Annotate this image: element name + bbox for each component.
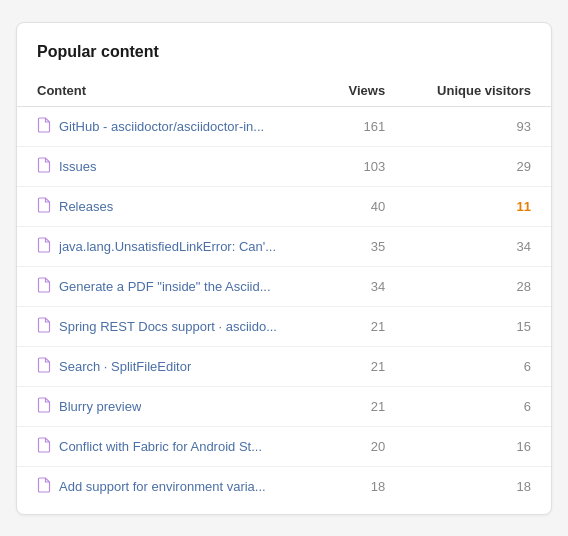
table-row: Releases4011 [17, 186, 551, 226]
column-header-unique-visitors: Unique visitors [405, 75, 551, 107]
content-cell: Conflict with Fabric for Android St... [17, 427, 297, 466]
content-cell: Add support for environment varia... [17, 467, 297, 506]
views-cell: 21 [322, 386, 405, 426]
table-row: Search · SplitFileEditor216 [17, 346, 551, 386]
content-cell: Blurry preview [17, 387, 297, 426]
unique-visitors-cell: 29 [405, 146, 551, 186]
content-cell: Issues [17, 147, 297, 186]
content-cell: Spring REST Docs support · asciido... [17, 307, 297, 346]
unique-visitors-cell: 34 [405, 226, 551, 266]
content-link[interactable]: java.lang.UnsatisfiedLinkError: Can'... [59, 239, 276, 254]
file-icon [37, 197, 51, 216]
content-link[interactable]: Conflict with Fabric for Android St... [59, 439, 262, 454]
unique-visitors-cell: 93 [405, 106, 551, 146]
file-icon [37, 437, 51, 456]
column-header-content: Content [17, 75, 322, 107]
views-cell: 34 [322, 266, 405, 306]
unique-visitors-cell: 28 [405, 266, 551, 306]
unique-visitors-cell: 16 [405, 426, 551, 466]
unique-visitors-cell: 11 [405, 186, 551, 226]
content-link[interactable]: Add support for environment varia... [59, 479, 266, 494]
table-header-row: Content Views Unique visitors [17, 75, 551, 107]
views-cell: 18 [322, 466, 405, 506]
file-icon [37, 237, 51, 256]
table-row: Issues10329 [17, 146, 551, 186]
card-title: Popular content [17, 43, 551, 75]
content-cell: Search · SplitFileEditor [17, 347, 297, 386]
content-cell: java.lang.UnsatisfiedLinkError: Can'... [17, 227, 297, 266]
content-link[interactable]: Search · SplitFileEditor [59, 359, 191, 374]
table-row: Conflict with Fabric for Android St...20… [17, 426, 551, 466]
file-icon [37, 397, 51, 416]
unique-visitors-cell: 18 [405, 466, 551, 506]
content-cell: Releases [17, 187, 297, 226]
table-row: GitHub - asciidoctor/asciidoctor-in...16… [17, 106, 551, 146]
file-icon [37, 117, 51, 136]
content-cell: GitHub - asciidoctor/asciidoctor-in... [17, 107, 297, 146]
views-cell: 103 [322, 146, 405, 186]
table-row: Spring REST Docs support · asciido...211… [17, 306, 551, 346]
views-cell: 161 [322, 106, 405, 146]
file-icon [37, 157, 51, 176]
views-cell: 20 [322, 426, 405, 466]
content-link[interactable]: Releases [59, 199, 113, 214]
content-link[interactable]: Spring REST Docs support · asciido... [59, 319, 277, 334]
views-cell: 21 [322, 346, 405, 386]
table-row: Blurry preview216 [17, 386, 551, 426]
content-table: Content Views Unique visitors GitHub - a… [17, 75, 551, 506]
file-icon [37, 477, 51, 496]
content-link[interactable]: Blurry preview [59, 399, 141, 414]
unique-visitors-cell: 6 [405, 346, 551, 386]
file-icon [37, 357, 51, 376]
file-icon [37, 317, 51, 336]
table-row: Generate a PDF "inside" the Asciid...342… [17, 266, 551, 306]
popular-content-card: Popular content Content Views Unique vis… [16, 22, 552, 515]
content-link[interactable]: GitHub - asciidoctor/asciidoctor-in... [59, 119, 264, 134]
views-cell: 40 [322, 186, 405, 226]
views-cell: 21 [322, 306, 405, 346]
content-cell: Generate a PDF "inside" the Asciid... [17, 267, 297, 306]
file-icon [37, 277, 51, 296]
unique-visitors-cell: 15 [405, 306, 551, 346]
column-header-views: Views [322, 75, 405, 107]
unique-visitors-cell: 6 [405, 386, 551, 426]
views-cell: 35 [322, 226, 405, 266]
content-link[interactable]: Issues [59, 159, 97, 174]
table-row: java.lang.UnsatisfiedLinkError: Can'...3… [17, 226, 551, 266]
table-row: Add support for environment varia...1818 [17, 466, 551, 506]
content-link[interactable]: Generate a PDF "inside" the Asciid... [59, 279, 271, 294]
